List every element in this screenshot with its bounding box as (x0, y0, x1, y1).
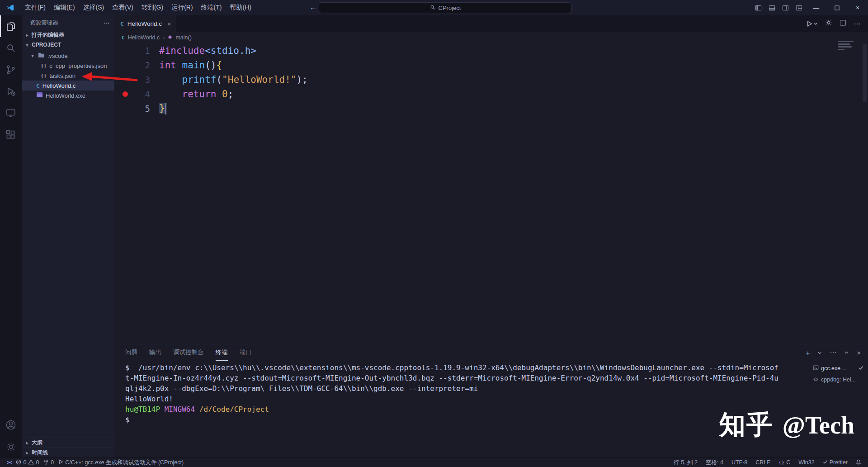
line-number: 4 (136, 89, 150, 99)
panel-tab-问题[interactable]: 问题 (125, 344, 137, 361)
menu-选择-s[interactable]: 选择(S) (79, 0, 108, 15)
folder-icon (38, 52, 45, 59)
tree-item-label: HelloWorld.c (42, 82, 75, 89)
account-icon[interactable] (0, 414, 22, 436)
menu-帮助-h[interactable]: 帮助(H) (226, 0, 255, 15)
customize-layout-icon[interactable] (792, 0, 806, 15)
code-token: ( (216, 74, 222, 85)
code-line-4[interactable]: 4 return 0; (114, 87, 862, 101)
code-text: printf("HelloWorld!"); (159, 74, 308, 85)
terminal-list-item-cppdbg-hel[interactable]: cppdbg: Hel... (813, 374, 863, 385)
language-mode[interactable]: {} C (776, 459, 793, 466)
problems-indicator[interactable]: 0 0 (14, 458, 41, 467)
maximize-button[interactable] (826, 0, 847, 15)
outline-section[interactable]: ▸ 大纲 (22, 438, 114, 448)
run-file-button[interactable] (806, 20, 818, 27)
minimap-line (838, 46, 852, 48)
code-token: () (205, 60, 216, 71)
notifications-bell[interactable] (854, 459, 863, 466)
tab-helloworld-c[interactable]: C HelloWorld.c × (114, 15, 176, 32)
extensions-icon[interactable] (0, 124, 22, 146)
terminal-list: gcc.exe ...cppdbg: Hel... (813, 362, 863, 385)
terminal-list-item-gcc-exe[interactable]: gcc.exe ... (813, 362, 863, 374)
line-number: 1 (136, 46, 150, 56)
panel-tab-终端[interactable]: 终端 (216, 344, 228, 361)
menu-编辑-e[interactable]: 编辑(E) (50, 0, 79, 15)
editor-scrollbar[interactable] (863, 43, 867, 102)
menu-终端-t[interactable]: 终端(T) (197, 0, 226, 15)
eol-setting[interactable]: CRLF (753, 459, 773, 466)
indentation-setting[interactable]: 空格: 4 (703, 459, 726, 467)
code-token (216, 89, 222, 100)
explorer-sidebar: 资源管理器 ⋯ ▸ 打开的编辑器 ▾ CPROJECT ▾.vscode{}c_… (22, 15, 114, 457)
new-terminal-icon[interactable]: + (806, 349, 810, 357)
history-back-icon[interactable]: ← (310, 4, 317, 12)
menu-文件-f[interactable]: 文件(F) (21, 0, 50, 15)
settings-gear-icon[interactable] (0, 436, 22, 457)
split-editor-icon[interactable] (840, 19, 846, 28)
remote-indicator[interactable]: >< (5, 458, 14, 467)
terminal-line: $ /usr/bin/env c:\\Users\\hu\\.vscode\\e… (125, 362, 809, 373)
close-button[interactable]: × (847, 0, 868, 15)
minimap[interactable] (838, 41, 858, 50)
check-icon (859, 365, 863, 372)
tree-item-helloworld-exe[interactable]: HelloWorld.exe (22, 91, 114, 100)
code-line-2[interactable]: 2int main(){ (114, 58, 862, 72)
ports-indicator[interactable]: 0 (41, 458, 56, 467)
explorer-icon[interactable] (0, 15, 22, 37)
open-editors-label: 打开的编辑器 (32, 31, 64, 39)
build-task-indicator[interactable]: C/C++: gcc.exe 生成和调试活动文件 (CProject) (56, 458, 186, 467)
sidebar-more-actions-icon[interactable]: ⋯ (104, 19, 110, 26)
terminal-text: /d/Code/CProject (199, 405, 269, 414)
encoding-setting[interactable]: UTF-8 (729, 459, 750, 466)
run-debug-icon[interactable] (0, 81, 22, 102)
source-control-icon[interactable] (0, 59, 22, 81)
code-editor[interactable]: 1#include<stdio.h>2int main(){3 printf("… (114, 43, 862, 344)
breakpoint-gutter[interactable] (114, 91, 136, 97)
remote-explorer-icon[interactable] (0, 102, 22, 124)
cursor-position[interactable]: 行 5, 列 2 (671, 459, 700, 467)
breadcrumb: C HelloWorld.c › main() (114, 32, 868, 43)
panel-tab-调试控制台[interactable]: 调试控制台 (173, 344, 204, 361)
panel-more-actions-icon[interactable]: ⋯ (830, 348, 836, 357)
tree-item-c-cpp-properties-json[interactable]: {}c_cpp_properties.json (22, 61, 114, 71)
code-line-1[interactable]: 1#include<stdio.h> (114, 43, 862, 58)
minimize-button[interactable]: — (806, 0, 826, 15)
breadcrumb-file[interactable]: HelloWorld.c (128, 34, 160, 41)
code-line-5[interactable]: 5} (114, 101, 862, 116)
run-settings-gear-icon[interactable] (825, 19, 832, 28)
platform-config[interactable]: Win32 (796, 459, 816, 466)
formatter-indicator[interactable]: Prettier (821, 459, 850, 466)
panel-tab-端口[interactable]: 端口 (240, 344, 252, 361)
editor-more-actions-icon[interactable]: ⋯ (854, 19, 861, 28)
tree-item-helloworld-c[interactable]: CHelloWorld.c (22, 81, 114, 91)
project-section[interactable]: ▾ CPROJECT (22, 40, 114, 50)
tree-item-vscode[interactable]: ▾.vscode (22, 51, 114, 61)
menu-转到-g[interactable]: 转到(G) (137, 0, 167, 15)
panel-tab-输出[interactable]: 输出 (149, 344, 161, 361)
vscode-logo-icon (0, 4, 21, 12)
code-line-3[interactable]: 3 printf("HelloWorld!"); (114, 72, 862, 87)
menu-查看-v[interactable]: 查看(V) (108, 0, 137, 15)
tab-label: HelloWorld.c (127, 20, 162, 27)
maximize-panel-icon[interactable] (844, 349, 849, 357)
terminal-output[interactable]: $ /usr/bin/env c:\\Users\\hu\\.vscode\\e… (125, 362, 809, 455)
tab-close-icon[interactable]: × (167, 20, 171, 28)
open-editors-section[interactable]: ▸ 打开的编辑器 (22, 30, 114, 40)
breadcrumb-symbol[interactable]: main() (175, 34, 191, 41)
error-icon (16, 459, 21, 466)
terminal-icon (813, 365, 819, 372)
terminal-dropdown-icon[interactable] (817, 349, 822, 357)
toggle-sidebar-icon[interactable] (751, 0, 765, 15)
toggle-panel-icon[interactable] (765, 0, 778, 15)
terminal-text: qlj4k2.p0x --dbgExe=D:\\Program\ Files\\… (125, 384, 478, 393)
menu-运行-r[interactable]: 运行(R) (167, 0, 197, 15)
command-center-search[interactable]: CProject (319, 2, 572, 13)
breadcrumb-separator-icon: › (163, 34, 165, 41)
close-panel-icon[interactable]: × (857, 349, 861, 357)
search-sidebar-icon[interactable] (0, 37, 22, 59)
toggle-secondary-sidebar-icon[interactable] (778, 0, 792, 15)
build-task-label: C/C++: gcc.exe 生成和调试活动文件 (CProject) (65, 459, 184, 467)
timeline-section[interactable]: ▸ 时间线 (22, 448, 114, 457)
tree-item-tasks-json[interactable]: {}tasks.json (22, 71, 114, 81)
